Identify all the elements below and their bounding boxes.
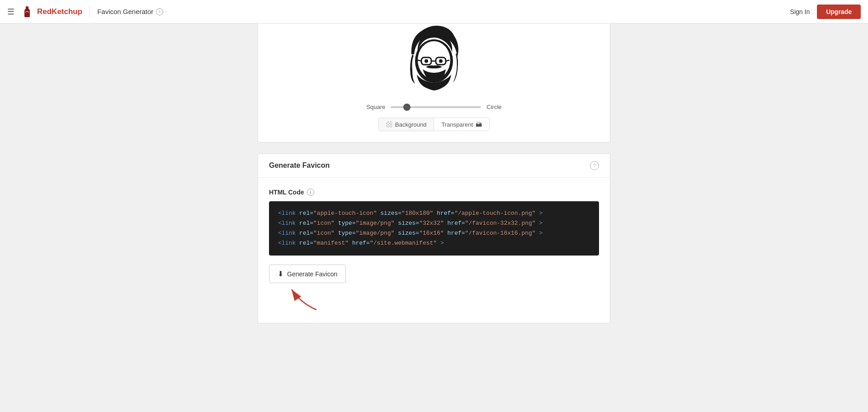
preview-image-container <box>389 20 479 93</box>
shape-slider[interactable] <box>391 106 481 108</box>
svg-point-8 <box>425 59 428 63</box>
header-right: Sign In Upgrade <box>790 5 861 19</box>
code-line-2: <link rel="icon" type="image/png" sizes=… <box>278 218 590 228</box>
circle-label: Circle <box>486 104 501 110</box>
svg-rect-0 <box>26 6 28 8</box>
checker-icon <box>386 121 392 128</box>
page-title: Favicon Generator <box>97 8 153 15</box>
generate-card-body: HTML Code i <link rel="apple-touch-icon"… <box>258 178 610 323</box>
preview-card-body: Square Circle Background Transparent 🏔 <box>258 9 610 142</box>
page-title-info-icon[interactable]: i <box>156 8 163 15</box>
code-block: <link rel="apple-touch-icon" sizes="180x… <box>269 201 599 256</box>
main-layout: Square Circle Background Transparent 🏔 <box>0 0 868 388</box>
download-icon: ⬇ <box>278 270 283 278</box>
upgrade-button[interactable]: Upgrade <box>817 5 861 19</box>
generate-favicon-card: Generate Favicon ? HTML Code i <box>258 153 610 323</box>
code-line-3: <link rel="icon" type="image/png" sizes=… <box>278 228 590 238</box>
shape-slider-row: Square Circle <box>366 104 501 110</box>
logo[interactable]: RedKetchup <box>21 5 82 18</box>
generate-card-header: Generate Favicon ? <box>258 154 610 178</box>
preview-card: Square Circle Background Transparent 🏔 <box>258 9 610 142</box>
preview-avatar-svg <box>398 20 470 93</box>
logo-text: RedKetchup <box>37 7 82 16</box>
generate-help-icon[interactable]: ? <box>590 161 599 170</box>
code-line-4: <link rel="manifest" href="/site.webmani… <box>278 238 590 248</box>
generate-btn-container: ⬇ Generate Favicon <box>269 265 599 312</box>
signin-button[interactable]: Sign In <box>790 8 810 15</box>
sidebar-right <box>764 0 868 388</box>
svg-point-9 <box>439 59 443 63</box>
header: ☰ RedKetchup Favicon Generator i Sign In… <box>0 0 868 24</box>
code-line-1: <link rel="apple-touch-icon" sizes="180x… <box>278 208 590 218</box>
square-label: Square <box>366 104 385 110</box>
page-title-container: Favicon Generator i <box>97 8 163 15</box>
transparent-icon: 🏔 <box>476 121 482 128</box>
generate-card-title: Generate Favicon <box>269 161 330 170</box>
background-button[interactable]: Background <box>379 118 434 131</box>
transparent-button[interactable]: Transparent 🏔 <box>434 118 489 131</box>
sidebar-left <box>0 0 104 388</box>
transparent-label: Transparent <box>441 121 473 128</box>
header-divider <box>90 6 90 17</box>
generate-favicon-button[interactable]: ⬇ Generate Favicon <box>269 265 346 283</box>
generate-btn-label: Generate Favicon <box>287 270 337 278</box>
content-area: Square Circle Background Transparent 🏔 <box>104 0 764 388</box>
background-label: Background <box>395 121 426 128</box>
arrow-svg <box>278 285 332 312</box>
bg-toggle-row: Background Transparent 🏔 <box>378 118 490 131</box>
menu-icon[interactable]: ☰ <box>7 7 14 17</box>
logo-bottle-icon <box>21 5 33 18</box>
html-code-label-row: HTML Code i <box>269 189 599 196</box>
html-code-info-icon[interactable]: i <box>307 189 314 196</box>
html-code-label-text: HTML Code <box>269 189 304 196</box>
cards-wrapper: Square Circle Background Transparent 🏔 <box>258 9 610 334</box>
